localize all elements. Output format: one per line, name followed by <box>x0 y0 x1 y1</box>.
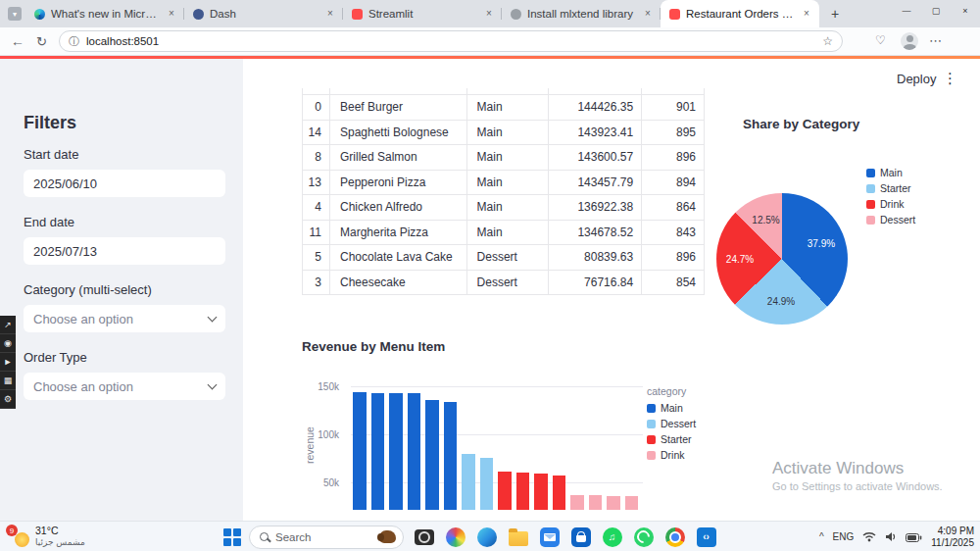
browser-essentials-icon[interactable]: ♡ <box>875 33 886 47</box>
deploy-button[interactable]: Deploy <box>897 72 936 86</box>
window-icon[interactable]: ▦ <box>0 372 16 390</box>
mail-icon[interactable] <box>537 525 562 549</box>
tab-close-icon[interactable]: × <box>323 7 337 21</box>
legend-item-main[interactable]: Main <box>866 167 915 178</box>
battery-icon[interactable] <box>906 528 922 546</box>
edge-icon[interactable] <box>474 525 499 549</box>
end-date-input[interactable]: 2025/07/13 <box>24 237 225 265</box>
bar-drink[interactable] <box>625 496 639 510</box>
table-cell: 13 <box>303 171 330 195</box>
sidebar-title: Filters <box>24 113 225 133</box>
vscode-icon[interactable] <box>694 525 718 549</box>
spotify-icon[interactable] <box>600 525 624 549</box>
refresh-icon[interactable]: ↻ <box>36 34 47 49</box>
new-tab-button[interactable]: + <box>825 4 845 24</box>
tray-chevron-icon[interactable]: ^ <box>819 531 824 542</box>
browser-tab-streamlit[interactable]: Streamlit× <box>343 0 502 27</box>
legend-swatch <box>866 216 875 225</box>
pie-chart[interactable]: 37.9%24.9%24.7%12.5% <box>716 193 848 325</box>
browser-tab-restaurant-orders-dashboard[interactable]: Restaurant Orders Dashboard× <box>661 0 819 27</box>
start-date-input[interactable]: 2025/06/10 <box>24 170 225 197</box>
camera-icon[interactable] <box>412 525 436 549</box>
favorite-star-icon[interactable]: ☆ <box>822 34 833 48</box>
browser-tab-install-mlxtend-library[interactable]: Install mlxtend library× <box>502 0 661 27</box>
window-controls: — ▢ × <box>892 0 980 22</box>
legend-label: Main <box>880 167 903 178</box>
legend-item-starter[interactable]: Starter <box>647 433 696 445</box>
app-menu-kebab-icon[interactable]: ⋮ <box>943 70 957 87</box>
taskbar-clock[interactable]: 4:09 PM 11/1/2025 <box>931 526 974 548</box>
back-icon[interactable]: ← <box>11 33 24 49</box>
camera-icon[interactable]: ◉ <box>0 334 16 353</box>
gridline <box>351 386 643 387</box>
bar-yticks: 50k100k150k <box>302 382 345 510</box>
pie-slice-label: 24.9% <box>767 295 795 306</box>
category-multi-select-select[interactable]: Choose an option <box>24 305 225 332</box>
bar-main[interactable] <box>425 400 439 510</box>
tab-actions-icon[interactable]: ▾ <box>8 7 22 21</box>
legend-item-starter[interactable]: Starter <box>866 182 915 194</box>
start-button[interactable] <box>223 528 241 546</box>
site-info-icon[interactable]: ⓘ <box>69 34 79 49</box>
order-type-select[interactable]: Choose an option <box>24 373 225 400</box>
bar-main[interactable] <box>444 402 458 510</box>
settings-icon[interactable]: ⚙ <box>0 390 16 409</box>
bar-starter[interactable] <box>534 474 548 510</box>
sun-icon <box>15 532 29 547</box>
taskbar-search[interactable]: Search <box>249 526 404 549</box>
weather-widget[interactable]: 9 31°C مشمس جزئيا <box>6 525 85 548</box>
search-icon <box>260 532 269 541</box>
wifi-icon[interactable] <box>862 528 876 546</box>
weather-temperature: 31°C <box>35 525 85 536</box>
tab-close-icon[interactable]: × <box>165 7 178 21</box>
legend-item-drink[interactable]: Drink <box>866 198 915 210</box>
volume-icon[interactable] <box>885 528 897 546</box>
bar-legend: category MainDessertStarterDrink <box>647 385 696 465</box>
table-cell: Main <box>467 121 550 145</box>
bar-drink[interactable] <box>607 496 620 510</box>
chrome-icon[interactable] <box>662 525 687 549</box>
bar-main[interactable] <box>371 393 385 510</box>
profile-avatar[interactable] <box>901 32 918 50</box>
bar-starter[interactable] <box>516 473 530 510</box>
language-indicator[interactable]: ENG <box>833 531 855 542</box>
bar-drink[interactable] <box>570 495 584 510</box>
browser-tab-dash[interactable]: Dash× <box>184 0 343 27</box>
bar-main[interactable] <box>353 392 367 510</box>
minimize-button[interactable]: — <box>892 0 921 22</box>
browser-menu-ellipsis[interactable]: ⋯ <box>929 33 943 48</box>
browser-tab-what-s-new-in-microsoft-edge[interactable]: What's new in Microsoft Edge× <box>25 0 184 27</box>
tab-close-icon[interactable]: × <box>641 7 655 21</box>
url-text[interactable]: localhost:8501 <box>86 35 815 47</box>
bar-dessert[interactable] <box>480 458 494 510</box>
tab-close-icon[interactable]: × <box>482 7 496 21</box>
bar-main[interactable] <box>389 393 403 510</box>
legend-item-main[interactable]: Main <box>647 402 696 414</box>
whatsapp-icon[interactable] <box>631 525 656 549</box>
tab-close-icon[interactable]: × <box>800 7 813 21</box>
legend-item-dessert[interactable]: Dessert <box>647 418 696 429</box>
photos-icon[interactable] <box>443 525 467 549</box>
share-icon[interactable]: ↗ <box>0 316 16 334</box>
search-daily-animal-icon[interactable] <box>379 530 396 543</box>
legend-label: Starter <box>661 433 692 445</box>
field-label: Start date <box>24 147 225 163</box>
bar-starter[interactable] <box>553 476 566 510</box>
taskbar-apps <box>412 525 718 549</box>
weather-text: 31°C مشمس جزئيا <box>35 525 85 548</box>
bar-dessert[interactable] <box>462 454 475 510</box>
record-icon[interactable]: ► <box>0 353 16 372</box>
table-cell: Spaghetti Bolognese <box>330 121 467 145</box>
store-icon[interactable] <box>568 525 593 549</box>
file-explorer-icon[interactable] <box>506 525 530 549</box>
close-window-button[interactable]: × <box>951 0 980 22</box>
address-bar[interactable]: ⓘ localhost:8501 ☆ <box>59 30 843 52</box>
orders-table[interactable]: 0Beef BurgerMain144426.3590114Spaghetti … <box>302 88 705 295</box>
legend-item-dessert[interactable]: Dessert <box>866 214 915 225</box>
legend-item-drink[interactable]: Drink <box>647 449 696 461</box>
maximize-button[interactable]: ▢ <box>921 0 951 22</box>
bar-chart[interactable] <box>351 382 643 510</box>
bar-drink[interactable] <box>589 495 603 510</box>
bar-main[interactable] <box>408 393 421 510</box>
bar-starter[interactable] <box>498 472 512 510</box>
